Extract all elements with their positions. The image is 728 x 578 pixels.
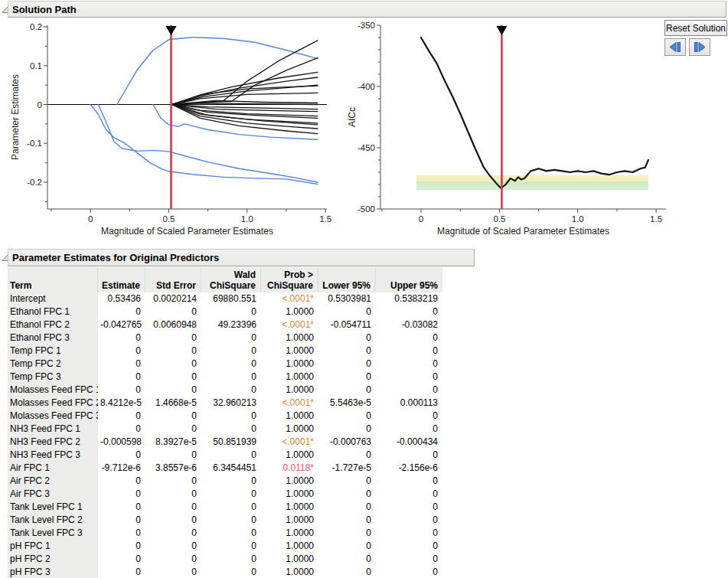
solution-path-line[interactable] bbox=[98, 105, 318, 183]
column-header-upper-95[interactable]: Upper 95% bbox=[376, 267, 442, 292]
table-row[interactable]: Ethanol FPC 2-0.0427650.006094849.23396<… bbox=[8, 318, 442, 331]
column-header-term[interactable]: Term bbox=[8, 267, 98, 292]
cell-lower-95: 0 bbox=[318, 540, 376, 553]
table-row[interactable]: Ethanol FPC 30001.000000 bbox=[8, 331, 442, 345]
cell-upper-95: 0 bbox=[376, 566, 442, 578]
table-row[interactable]: Ethanol FPC 10001.000000 bbox=[8, 305, 442, 318]
table-row[interactable]: Temp FPC 10001.000000 bbox=[8, 345, 442, 358]
table-row[interactable]: Molasses Feed FPC 10001.000000 bbox=[8, 384, 442, 397]
table-row[interactable]: Air FPC 1-9.712e-63.8557e-66.34544510.01… bbox=[8, 462, 442, 475]
cell-lower-95: 0 bbox=[318, 488, 376, 501]
column-header-wald-chisquare[interactable]: WaldChiSquare bbox=[201, 267, 261, 292]
cell-wald-chisquare: 0 bbox=[201, 540, 261, 553]
parameter-estimates-path-plot[interactable]: 00.51.01.50.20.10-0.1-0.2Parameter Estim… bbox=[6, 19, 341, 243]
cell-upper-95: 0 bbox=[376, 501, 442, 514]
cell-upper-95: 0 bbox=[376, 423, 442, 436]
cell-upper-95: 0 bbox=[376, 488, 442, 501]
table-row[interactable]: Molasses Feed FPC 30001.000000 bbox=[8, 410, 442, 423]
table-row[interactable]: NH3 Feed FPC 2-0.0005988.3927e-550.85193… bbox=[8, 436, 442, 449]
cell-prob-chisquare: 1.0000 bbox=[261, 384, 318, 397]
table-row[interactable]: Intercept0.534360.002021469880.551<.0001… bbox=[8, 292, 442, 305]
cell-std-error: 0 bbox=[145, 514, 201, 527]
y-axis-tick-label: -500 bbox=[357, 204, 375, 214]
cell-wald-chisquare: 0 bbox=[201, 371, 261, 384]
cell-upper-95: -0.03082 bbox=[376, 318, 442, 331]
solution-path-title: Solution Path bbox=[12, 4, 77, 15]
table-row[interactable]: NH3 Feed FPC 30001.000000 bbox=[8, 449, 442, 462]
cell-wald-chisquare: 0 bbox=[201, 331, 261, 345]
table-row[interactable]: pH FPC 20001.000000 bbox=[8, 553, 442, 566]
table-body: Intercept0.534360.002021469880.551<.0001… bbox=[8, 292, 442, 578]
y-axis-tick-label: -400 bbox=[357, 82, 375, 91]
cell-prob-chisquare: 1.0000 bbox=[261, 553, 318, 566]
y-axis-tick-label: 0 bbox=[38, 100, 42, 109]
cell-lower-95: 0 bbox=[318, 331, 376, 345]
parameter-estimates-table: TermEstimateStd ErrorWaldChiSquareProb >… bbox=[8, 267, 442, 578]
cell-std-error: 0 bbox=[145, 384, 201, 397]
cell-prob-chisquare: 1.0000 bbox=[261, 566, 318, 578]
table-row[interactable]: NH3 Feed FPC 10001.000000 bbox=[8, 423, 442, 436]
cell-estimate: 0 bbox=[98, 501, 145, 514]
cell-std-error: 0 bbox=[145, 371, 201, 384]
column-header-std-error[interactable]: Std Error bbox=[145, 267, 201, 292]
cell-std-error: 0 bbox=[145, 305, 201, 318]
selection-arrow-marker[interactable] bbox=[166, 26, 177, 35]
table-row[interactable]: Tank Level FPC 10001.000000 bbox=[8, 501, 442, 514]
cell-upper-95: 0 bbox=[376, 371, 442, 384]
zone-band bbox=[416, 181, 648, 190]
column-header-prob-chisquare[interactable]: Prob >ChiSquare bbox=[261, 267, 318, 292]
cell-prob-chisquare: 1.0000 bbox=[261, 475, 318, 488]
cell-estimate: 0 bbox=[98, 358, 145, 371]
table-row[interactable]: pH FPC 30001.000000 bbox=[8, 566, 442, 578]
table-row[interactable]: Temp FPC 30001.000000 bbox=[8, 371, 442, 384]
column-header-lower-95[interactable]: Lower 95% bbox=[318, 267, 376, 292]
cell-std-error: 0 bbox=[145, 423, 201, 436]
cell-wald-chisquare: 0 bbox=[201, 488, 261, 501]
column-header-text: Lower 95% bbox=[321, 280, 371, 291]
cell-wald-chisquare: 0 bbox=[201, 358, 261, 371]
cell-term: Temp FPC 2 bbox=[8, 358, 98, 371]
reset-solution-button[interactable]: Reset Solution bbox=[664, 20, 727, 36]
table-row[interactable]: pH FPC 10001.000000 bbox=[8, 540, 442, 553]
cell-estimate: 0 bbox=[98, 566, 145, 578]
cell-wald-chisquare: 0 bbox=[201, 566, 261, 578]
table-row[interactable]: Tank Level FPC 30001.000000 bbox=[8, 527, 442, 540]
cell-lower-95: 0 bbox=[318, 410, 376, 423]
x-axis-tick-label: 1.5 bbox=[319, 214, 331, 224]
cell-lower-95: 0 bbox=[318, 371, 376, 384]
cell-estimate: 0 bbox=[98, 331, 145, 345]
aicc-validation-plot[interactable]: 00.51.01.5-350-400-450-500AICcMagnitude … bbox=[344, 19, 674, 243]
y-axis-tick-label: -450 bbox=[357, 143, 375, 152]
cell-lower-95: 0 bbox=[318, 514, 376, 527]
table-row[interactable]: Air FPC 20001.000000 bbox=[8, 475, 442, 488]
cell-prob-chisquare: 1.0000 bbox=[261, 423, 318, 436]
solution-path-outline-bar[interactable]: Solution Path bbox=[8, 1, 726, 18]
cell-upper-95: -0.000434 bbox=[376, 436, 442, 449]
table-row[interactable]: Tank Level FPC 20001.000000 bbox=[8, 514, 442, 527]
table-row[interactable]: Air FPC 30001.000000 bbox=[8, 488, 442, 501]
cell-estimate: 0.53436 bbox=[98, 292, 145, 305]
cell-wald-chisquare: 32.960213 bbox=[201, 397, 261, 410]
cell-std-error: 0 bbox=[145, 540, 201, 553]
x-axis-tick-label: 1.0 bbox=[572, 214, 584, 224]
step-forward-button[interactable] bbox=[689, 38, 710, 56]
cell-estimate: 8.4212e-5 bbox=[98, 397, 145, 410]
cell-wald-chisquare: 0 bbox=[201, 410, 261, 423]
x-axis-tick-label: 1.0 bbox=[241, 214, 253, 224]
step-forward-icon bbox=[694, 42, 706, 52]
cell-upper-95: 0.5383219 bbox=[376, 292, 442, 305]
column-header-estimate[interactable]: Estimate bbox=[98, 267, 145, 292]
parameter-estimates-title: Parameter Estimates for Original Predict… bbox=[12, 252, 219, 263]
table-row[interactable]: Molasses Feed FPC 28.4212e-51.4668e-532.… bbox=[8, 397, 442, 410]
cell-term: Tank Level FPC 3 bbox=[8, 527, 98, 540]
solution-path-line[interactable] bbox=[421, 38, 648, 188]
cell-estimate: 0 bbox=[98, 514, 145, 527]
cell-term: Tank Level FPC 2 bbox=[8, 514, 98, 527]
cell-prob-chisquare: <.0001* bbox=[261, 292, 318, 305]
selection-arrow-marker[interactable] bbox=[496, 26, 507, 35]
cell-wald-chisquare: 0 bbox=[201, 345, 261, 358]
step-backward-button[interactable] bbox=[664, 38, 686, 56]
cell-estimate: 0 bbox=[98, 475, 145, 488]
parameter-estimates-outline-bar[interactable]: Parameter Estimates for Original Predict… bbox=[8, 249, 475, 266]
table-row[interactable]: Temp FPC 20001.000000 bbox=[8, 358, 442, 371]
